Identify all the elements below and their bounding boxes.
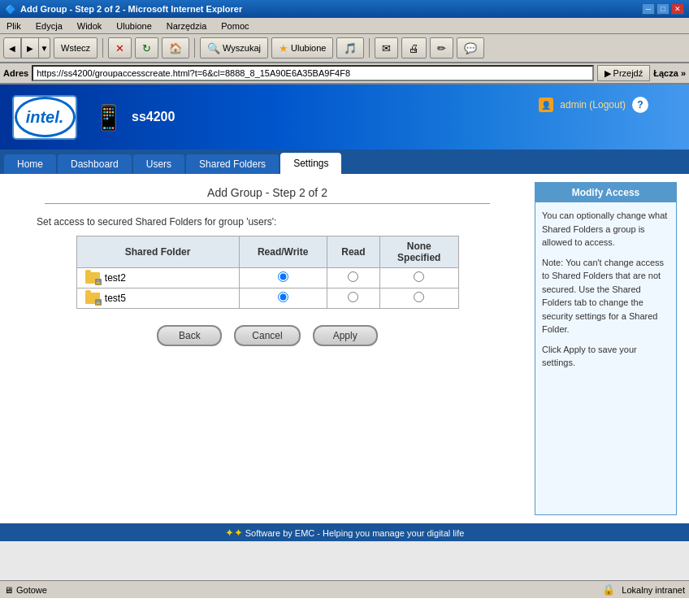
menu-view[interactable]: Widok bbox=[74, 20, 106, 32]
radio-read-2[interactable] bbox=[348, 292, 358, 302]
home-button[interactable]: 🏠 bbox=[162, 37, 189, 59]
logo-text: intel. bbox=[26, 108, 64, 127]
sidebar-content: You can optionally change what Shared Fo… bbox=[535, 202, 676, 383]
intel-logo: intel. bbox=[12, 95, 77, 140]
nav-tabs: Home Dashboard Users Shared Folders Sett… bbox=[0, 150, 689, 174]
title-bar: 🔷 Add Group - Step 2 of 2 - Microsoft In… bbox=[0, 0, 689, 18]
refresh-button[interactable]: ↻ bbox=[135, 37, 158, 59]
page-description: Set access to secured Shared Folders for… bbox=[37, 216, 522, 228]
table-row: 🔒 test2 bbox=[76, 268, 458, 288]
window-title: Add Group - Step 2 of 2 - Microsoft Inte… bbox=[20, 4, 242, 14]
menu-favorites[interactable]: Ulubione bbox=[113, 20, 154, 32]
mail-button[interactable]: ✉ bbox=[375, 37, 398, 59]
col-none-line1: None bbox=[407, 241, 431, 252]
tab-shared-folders[interactable]: Shared Folders bbox=[186, 154, 279, 174]
admin-link[interactable]: admin (Logout) bbox=[560, 99, 626, 111]
col-none: None Specified bbox=[380, 236, 458, 268]
back-dropdown[interactable]: ▼ bbox=[39, 37, 50, 59]
sidebar-para-3: Click Apply to save your settings. bbox=[542, 343, 670, 370]
radio-readwrite-1[interactable] bbox=[278, 271, 288, 282]
footer-text: Software by EMC - Helping you manage you… bbox=[245, 528, 465, 538]
intel-header: intel. 📱 ss4200 👤 admin (Logout) ? bbox=[0, 85, 689, 150]
radio-none-2[interactable] bbox=[380, 288, 458, 309]
back-label-btn[interactable]: Wstecz bbox=[54, 37, 98, 59]
cancel-button[interactable]: Cancel bbox=[234, 325, 300, 346]
radio-none-1[interactable] bbox=[380, 268, 458, 288]
go-label: Przejdź bbox=[613, 68, 644, 78]
edit-button[interactable]: ✏ bbox=[430, 37, 453, 59]
media-button[interactable]: 🎵 bbox=[336, 37, 364, 59]
device-icon: 📱 bbox=[93, 103, 124, 132]
address-input[interactable] bbox=[32, 65, 593, 81]
back-action-button[interactable]: Back bbox=[157, 325, 222, 346]
title-bar-buttons: ─ □ ✕ bbox=[642, 3, 684, 15]
col-none-line2: Specified bbox=[397, 252, 440, 263]
back-label: Wstecz bbox=[61, 43, 90, 53]
radio-rw-2[interactable] bbox=[239, 288, 327, 309]
admin-icon: 👤 bbox=[539, 98, 553, 112]
intel-logo-circle: intel. bbox=[15, 97, 76, 137]
stop-button[interactable]: ✕ bbox=[108, 37, 132, 59]
toolbar-sep-2 bbox=[194, 38, 195, 58]
sidebar-header: Modify Access bbox=[535, 183, 676, 202]
content-area: intel. 📱 ss4200 👤 admin (Logout) ? Home … bbox=[0, 85, 689, 580]
links-button[interactable]: Łącza » bbox=[653, 68, 686, 78]
device-name: ss4200 bbox=[132, 110, 175, 124]
toolbar: ◀ ▶ ▼ Wstecz ✕ ↻ 🏠 🔍 Wyszukaj ★ Ulubione… bbox=[0, 34, 689, 63]
maximize-button[interactable]: □ bbox=[656, 3, 670, 15]
messenger-button[interactable]: 💬 bbox=[457, 37, 484, 59]
page-title: Add Group - Step 2 of 2 bbox=[12, 186, 522, 199]
folder-cell-2: 🔒 test5 bbox=[76, 288, 239, 309]
col-readwrite: Read/Write bbox=[239, 236, 327, 268]
tab-users[interactable]: Users bbox=[133, 154, 184, 174]
close-button[interactable]: ✕ bbox=[671, 3, 684, 15]
sidebar-panel: Modify Access You can optionally change … bbox=[535, 182, 677, 515]
favorites-button[interactable]: ★ Ulubione bbox=[271, 37, 333, 59]
status-right: 🔒 Lokalny intranet bbox=[602, 583, 685, 596]
go-arrow-icon: ▶ bbox=[604, 68, 611, 78]
tab-settings[interactable]: Settings bbox=[280, 153, 341, 174]
main-panel: Add Group - Step 2 of 2 Set access to se… bbox=[12, 182, 522, 515]
access-table: Shared Folder Read/Write Read None Speci… bbox=[76, 236, 459, 309]
status-bar: 🖥 Gotowe 🔒 Lokalny intranet bbox=[0, 580, 689, 598]
toolbar-sep-1 bbox=[102, 38, 103, 58]
back-button[interactable]: ◀ bbox=[3, 37, 21, 59]
folder-cell-1: 🔒 test2 bbox=[76, 268, 239, 288]
radio-read-1[interactable] bbox=[327, 268, 379, 288]
menu-file[interactable]: Plik bbox=[3, 20, 24, 32]
menu-edit[interactable]: Edycja bbox=[32, 20, 66, 32]
toolbar-sep-3 bbox=[369, 38, 370, 58]
print-button[interactable]: 🖨 bbox=[401, 37, 427, 59]
address-label: Adres bbox=[3, 68, 28, 78]
search-button[interactable]: 🔍 Wyszukaj bbox=[200, 37, 268, 59]
header-right: 👤 admin (Logout) ? bbox=[539, 97, 648, 113]
radio-read-2[interactable] bbox=[327, 288, 379, 309]
back-forward-group: ◀ ▶ ▼ bbox=[3, 37, 50, 59]
status-ready: Gotowe bbox=[16, 585, 47, 595]
col-read: Read bbox=[327, 236, 379, 268]
menu-help[interactable]: Pomoc bbox=[218, 20, 252, 32]
apply-button[interactable]: Apply bbox=[313, 325, 378, 346]
forward-button[interactable]: ▶ bbox=[21, 37, 39, 59]
footer: ✦✦ Software by EMC - Helping you manage … bbox=[0, 523, 689, 541]
tab-dashboard[interactable]: Dashboard bbox=[58, 154, 132, 174]
sidebar-para-1: You can optionally change what Shared Fo… bbox=[542, 209, 670, 249]
table-row: 🔒 test5 bbox=[76, 288, 458, 309]
radio-none-2[interactable] bbox=[414, 292, 424, 302]
title-bar-left: 🔷 Add Group - Step 2 of 2 - Microsoft In… bbox=[5, 4, 242, 15]
radio-readwrite-2[interactable] bbox=[278, 292, 288, 302]
radio-read-1[interactable] bbox=[348, 271, 358, 282]
radio-none-1[interactable] bbox=[414, 271, 424, 282]
help-button[interactable]: ? bbox=[632, 97, 648, 113]
go-button[interactable]: ▶ Przejdź bbox=[597, 65, 651, 81]
favorites-label: Ulubione bbox=[291, 43, 326, 53]
radio-rw-1[interactable] bbox=[239, 268, 327, 288]
folder-name-1: test2 bbox=[105, 272, 126, 284]
minimize-button[interactable]: ─ bbox=[642, 3, 655, 15]
sidebar-para-2: Note: You can't change access to Shared … bbox=[542, 256, 670, 336]
search-label: Wyszukaj bbox=[223, 43, 261, 53]
tab-home[interactable]: Home bbox=[4, 154, 56, 174]
menu-tools[interactable]: Narzędzia bbox=[163, 20, 210, 32]
button-row: Back Cancel Apply bbox=[12, 325, 522, 346]
col-shared-folder: Shared Folder bbox=[76, 236, 239, 268]
